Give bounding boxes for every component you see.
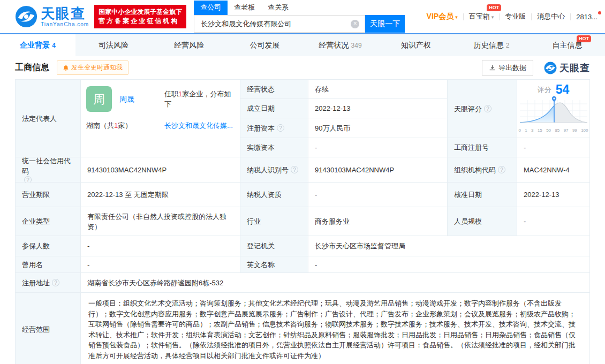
- search-button[interactable]: 天眼一下: [365, 15, 405, 33]
- field-value-insured-count: -: [81, 236, 240, 256]
- field-value-paid-capital: -: [308, 138, 448, 157]
- tab-operation-risk[interactable]: 经营风险: [152, 34, 227, 56]
- bell-icon: [63, 65, 69, 71]
- field-label-staff-size: 人员规模: [448, 207, 517, 236]
- divider: [463, 13, 464, 20]
- field-value-established: 2022-12-13: [308, 99, 448, 118]
- notify-change-button[interactable]: 发生变更时通知我: [57, 60, 128, 75]
- field-label-address: 注册地址?: [16, 273, 81, 293]
- field-label-established: 成立日期: [240, 99, 308, 118]
- business-info-table: 法定代表人 周 周晟 任职1家企业，分布如下 湖南（共1家） 长沙文和晟文化传媒…: [15, 79, 590, 364]
- legal-rep-company-link[interactable]: 长沙文和晟文化传媒...: [164, 120, 235, 131]
- field-value-registry-authority: 长沙市天心区市场监督管理局: [308, 236, 590, 256]
- field-value-approved-date: 2022-12-13: [517, 183, 590, 207]
- search-input[interactable]: [194, 20, 351, 28]
- legal-rep-name-link[interactable]: 周晟: [119, 94, 134, 104]
- field-label-company-type: 企业类型: [16, 207, 81, 236]
- watermark-logo: 天眼查: [544, 62, 590, 74]
- help-icon[interactable]: ?: [498, 166, 505, 173]
- hot-badge: HOT: [487, 4, 501, 11]
- nav-vip[interactable]: VIP会员▾: [427, 12, 458, 21]
- field-value-industry: 商务服务业: [308, 207, 448, 236]
- help-icon[interactable]: ?: [277, 124, 284, 132]
- clear-icon[interactable]: ×: [351, 20, 359, 28]
- field-value-reg-capital: 90万人民币: [308, 118, 448, 138]
- top-header: 天眼查 TianYanCha.com 国家中小企业发展子基金旗下 官方备案企业征…: [0, 0, 605, 33]
- nav-user-account[interactable]: 2813...: [576, 13, 598, 21]
- search-tab-boss[interactable]: 查老板: [228, 1, 261, 15]
- field-label-taxpayer-id: 纳税人识别号?: [240, 157, 308, 183]
- user-nav: VIP会员▾ HOT百宝箱▾ 专业版 消息中心 2813...: [427, 12, 598, 21]
- field-label-term: 营业期限: [16, 183, 81, 207]
- brand-domain: TianYanCha.com: [41, 21, 89, 27]
- search-box: ×: [194, 15, 365, 33]
- avatar[interactable]: 周: [86, 86, 112, 112]
- field-value-uscc: 91430103MAC42NNW4P: [81, 157, 240, 183]
- field-value-company-type: 有限责任公司（非自然人投资或控股的法人独资）: [81, 207, 240, 236]
- tianyancha-logo-icon: [15, 5, 37, 28]
- field-value-taxpayer-qual: -: [308, 183, 448, 207]
- field-value-staff-size: -: [517, 207, 590, 236]
- search-area: 查公司 查老板 查关系 × 天眼一下: [194, 1, 405, 33]
- field-value-reg-number: -: [517, 138, 590, 157]
- score-value: 54: [556, 84, 570, 96]
- score-caption: 评分: [538, 85, 551, 95]
- tab-history-info[interactable]: 历史信息2: [454, 34, 530, 56]
- search-tab-company[interactable]: 查公司: [194, 1, 228, 15]
- tab-self-info[interactable]: 自主信息HOT: [530, 34, 605, 56]
- nav-pro-version[interactable]: 专业版: [505, 12, 526, 21]
- section-title: 工商信息: [15, 62, 49, 73]
- tianyancha-logo-icon: [544, 62, 557, 74]
- tab-operation-status[interactable]: 经营状况349: [303, 34, 378, 56]
- field-label-english-name: 英文名称: [240, 256, 308, 273]
- field-value-business-scope: 一般项目：组织文化艺术交流活动；咨询策划服务；其他文化艺术经纪代理；玩具、动漫及…: [81, 293, 590, 364]
- legal-rep-note: 任职1家企业，分布如下: [164, 89, 235, 109]
- help-icon[interactable]: ?: [52, 279, 59, 286]
- field-label-approved-date: 核准日期: [448, 183, 517, 207]
- tyc-score-cell[interactable]: 评分 54: [517, 80, 590, 138]
- field-label-industry: 行业: [240, 207, 308, 236]
- company-tabs: 企业背景4 司法风险 经营风险 公司发展 经营状况349 知识产权 历史信息2 …: [0, 33, 605, 56]
- field-label-insured-count: 参保人数: [16, 236, 81, 256]
- gov-badge-line1: 国家中小企业发展子基金旗下: [99, 7, 182, 17]
- tianyancha-logo[interactable]: 天眼查 TianYanCha.com: [15, 5, 89, 28]
- search-tabs: 查公司 查老板 查关系: [194, 1, 405, 15]
- help-icon[interactable]: ?: [291, 166, 298, 173]
- legal-rep-region: 湖南（共1家）: [86, 120, 164, 131]
- field-label-uscc: 统一社会信用代码?: [16, 157, 81, 183]
- nav-toolbox[interactable]: HOT百宝箱▾: [469, 12, 494, 21]
- tab-company-development[interactable]: 公司发展: [227, 34, 303, 56]
- help-icon[interactable]: ?: [484, 105, 491, 112]
- divider: [499, 13, 500, 20]
- chevron-down-icon: ▾: [455, 14, 458, 20]
- tab-judicial-risk[interactable]: 司法风险: [75, 34, 151, 56]
- divider: [570, 13, 571, 20]
- nav-message-center[interactable]: 消息中心: [537, 12, 565, 21]
- field-value-org-code: MAC42NNW-4: [517, 157, 590, 183]
- field-label-tyc-score: 天眼评分?: [448, 80, 517, 138]
- field-label-former-name: 曾用名: [16, 256, 81, 273]
- brand-name: 天眼查: [41, 6, 89, 20]
- field-label-registry-authority: 登记机关: [240, 236, 308, 256]
- hot-badge: HOT: [577, 35, 591, 42]
- field-label-legal-rep: 法定代表人: [16, 80, 81, 157]
- field-value-address: 湖南省长沙市天心区赤岭路静谧园附6栋-532: [81, 273, 590, 293]
- divider: [531, 13, 532, 20]
- chevron-down-icon: ▾: [491, 14, 494, 20]
- field-label-reg-capital: 注册资本?: [240, 118, 308, 138]
- field-value-former-name: -: [81, 256, 240, 273]
- export-data-button[interactable]: 导出数据: [482, 60, 533, 76]
- gov-badge-line2: 官方备案企业征信机构: [99, 17, 182, 26]
- field-value-taxpayer-id: 91430103MAC42NNW4P: [308, 157, 448, 183]
- tab-intellectual-property[interactable]: 知识产权: [378, 34, 453, 56]
- field-value-status: 存续: [308, 80, 448, 99]
- field-label-business-scope: 经营范围: [16, 293, 81, 364]
- field-label-org-code: 组织机构代码?: [448, 157, 517, 183]
- field-value-english-name: -: [308, 256, 590, 273]
- score-axis: 0131550859799100: [519, 125, 588, 135]
- search-tab-relation[interactable]: 查关系: [261, 1, 295, 15]
- field-label-status: 经营状态: [240, 80, 308, 99]
- score-distribution-chart: [519, 96, 588, 125]
- tab-company-background[interactable]: 企业背景4: [0, 34, 75, 56]
- field-label-reg-number: 工商注册号: [448, 138, 517, 157]
